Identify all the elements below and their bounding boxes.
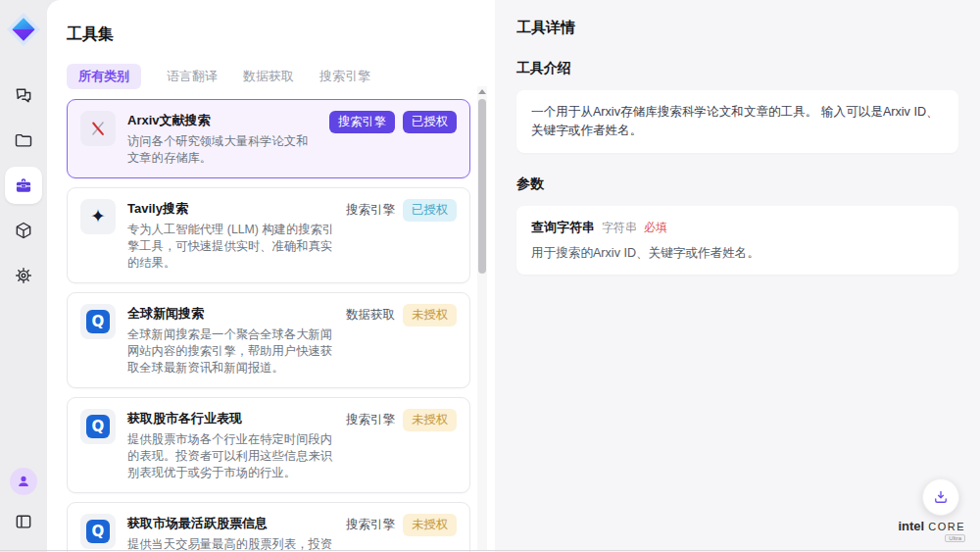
download-icon <box>932 488 950 506</box>
tool-card-global-news[interactable]: Q 全球新闻搜索 全球新闻搜索是一个聚合全球各大新闻网站内容的搜索引擎，帮助用户… <box>67 292 470 388</box>
category-badge: 搜索引擎 <box>329 111 395 133</box>
tool-badges: 搜索引擎 未授权 <box>346 409 457 481</box>
ultra-badge: Ultra <box>945 534 965 542</box>
category-badge: 搜索引擎 <box>346 514 395 533</box>
q-search-icon: Q <box>80 514 116 549</box>
intro-section-title: 工具介绍 <box>516 60 958 77</box>
tools-panel: 工具集 所有类别 语言翻译 数据获取 搜索引擎 Arxiv文献搜索 访问各个研究… <box>47 0 495 552</box>
sparkle-star-icon: ✦ <box>80 199 116 234</box>
tool-card-sector-performance[interactable]: Q 获取股市各行业表现 提供股票市场各个行业在特定时间段内的表现。投资者可以利用… <box>67 397 470 493</box>
tool-description: 访问各个研究领域大量科学论文和文章的存储库。 <box>127 133 318 167</box>
scrollbar-up-arrow[interactable] <box>478 89 486 94</box>
arxiv-logo-icon <box>80 111 116 146</box>
sidebar-item-tools[interactable] <box>5 167 42 204</box>
user-avatar[interactable] <box>10 468 37 495</box>
status-badge: 未授权 <box>403 409 457 431</box>
sidebar-item-settings[interactable] <box>5 257 42 294</box>
vertical-scrollbar[interactable] <box>477 86 487 550</box>
tool-name: 全球新闻搜索 <box>127 305 334 323</box>
sidebar-item-files[interactable] <box>5 122 42 159</box>
parameter-name: 查询字符串 <box>531 219 595 236</box>
tab-language-translation[interactable]: 语言翻译 <box>167 68 218 85</box>
intel-core-logo: intel CORE Ultra <box>898 519 965 542</box>
q-search-icon: Q <box>80 409 116 444</box>
sidebar-item-chat[interactable] <box>5 76 42 114</box>
tool-card-most-active-stocks[interactable]: Q 获取市场最活跃股票信息 提供当天交易量最高的股票列表，投资者可以利用这些信息… <box>67 502 470 552</box>
q-search-icon: Q <box>80 304 116 339</box>
tool-details-panel: 工具详情 工具介绍 一个用于从Arxiv存储库搜索科学论文和文章的工具。 输入可… <box>495 0 980 552</box>
status-badge: 已授权 <box>403 111 457 133</box>
tool-badges: 搜索引擎 已授权 <box>346 199 457 272</box>
parameter-description: 用于搜索的Arxiv ID、关键字或作者姓名。 <box>531 245 944 262</box>
tool-card-body: 全球新闻搜索 全球新闻搜索是一个聚合全球各大新闻网站内容的搜索引擎，帮助用户快速… <box>127 304 334 376</box>
tool-card-arxiv[interactable]: Arxiv文献搜索 访问各个研究领域大量科学论文和文章的存储库。 搜索引擎 已授… <box>67 99 470 178</box>
download-button[interactable] <box>922 478 959 516</box>
category-badge: 数据获取 <box>346 304 395 324</box>
tab-all-categories[interactable]: 所有类别 <box>67 64 141 89</box>
category-badge: 搜索引擎 <box>346 409 395 428</box>
status-badge: 未授权 <box>403 514 457 536</box>
status-badge: 已授权 <box>403 199 457 222</box>
tab-search-engine[interactable]: 搜索引擎 <box>319 68 370 85</box>
tool-name: Tavily搜索 <box>127 200 334 218</box>
intro-text: 一个用于从Arxiv存储库搜索科学论文和文章的工具。 输入可以是Arxiv ID… <box>531 103 944 140</box>
tool-name: 获取市场最活跃股票信息 <box>127 515 334 532</box>
core-wordmark: CORE <box>928 521 965 532</box>
scrollbar-thumb[interactable] <box>478 99 486 274</box>
left-sidebar <box>0 0 47 552</box>
parameter-type: 字符串 <box>602 220 637 236</box>
user-icon <box>15 473 32 490</box>
parameter-box: 查询字符串 字符串 必填 用于搜索的Arxiv ID、关键字或作者姓名。 <box>516 206 958 275</box>
settings-icon <box>14 266 33 285</box>
intro-box: 一个用于从Arxiv存储库搜索科学论文和文章的工具。 输入可以是Arxiv ID… <box>516 90 958 153</box>
tool-card-body: 获取市场最活跃股票信息 提供当天交易量最高的股票列表，投资者可以利用这些信息来识… <box>127 514 334 552</box>
toolbox-icon <box>14 176 33 195</box>
page-title: 工具集 <box>67 25 495 45</box>
params-section-title: 参数 <box>516 176 958 193</box>
tool-badges: 搜索引擎 已授权 <box>329 111 457 167</box>
details-title: 工具详情 <box>516 19 958 37</box>
parameter-header: 查询字符串 字符串 必填 <box>531 219 944 236</box>
intel-wordmark: intel <box>898 519 924 533</box>
tool-name: 获取股市各行业表现 <box>127 410 334 427</box>
status-badge: 未授权 <box>403 304 457 326</box>
tool-description: 专为人工智能代理 (LLM) 构建的搜索引擎工具，可快速提供实时、准确和真实的结… <box>127 222 334 272</box>
folder-icon <box>14 130 33 150</box>
window-bottom-edge <box>0 550 980 551</box>
category-tabs: 所有类别 语言翻译 数据获取 搜索引擎 <box>67 64 495 89</box>
sidebar-item-plugins[interactable] <box>5 212 42 249</box>
tool-card-body: 获取股市各行业表现 提供股票市场各个行业在特定时间段内的表现。投资者可以利用这些… <box>127 409 334 481</box>
tool-list: Arxiv文献搜索 访问各个研究领域大量科学论文和文章的存储库。 搜索引擎 已授… <box>67 99 470 552</box>
tool-description: 全球新闻搜索是一个聚合全球各大新闻网站内容的搜索引擎，帮助用户快速获取全球最新资… <box>127 326 334 376</box>
cube-icon <box>14 221 33 240</box>
sidebar-item-collapse[interactable] <box>5 507 42 536</box>
app-logo-icon <box>6 12 41 47</box>
parameter-required-flag: 必填 <box>644 220 667 236</box>
tool-name: Arxiv文献搜索 <box>127 112 318 129</box>
tool-badges: 数据获取 未授权 <box>346 304 457 376</box>
tool-description: 提供股票市场各个行业在特定时间段内的表现。投资者可以利用这些信息来识别表现优于或… <box>127 431 334 481</box>
tool-badges: 搜索引擎 未授权 <box>346 514 457 552</box>
tab-data-acquisition[interactable]: 数据获取 <box>243 68 294 85</box>
tool-card-body: Tavily搜索 专为人工智能代理 (LLM) 构建的搜索引擎工具，可快速提供实… <box>127 199 334 272</box>
tool-card-tavily[interactable]: ✦ Tavily搜索 专为人工智能代理 (LLM) 构建的搜索引擎工具，可快速提… <box>67 187 470 283</box>
tool-card-body: Arxiv文献搜索 访问各个研究领域大量科学论文和文章的存储库。 <box>127 111 318 167</box>
chat-icon <box>14 85 33 105</box>
category-badge: 搜索引擎 <box>346 199 395 219</box>
panel-toggle-icon <box>14 512 33 531</box>
